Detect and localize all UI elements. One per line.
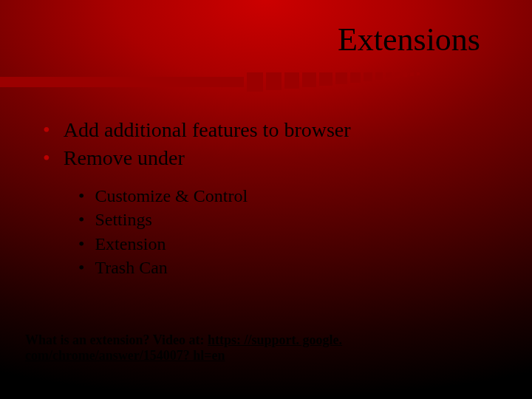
bullet-icon: • bbox=[78, 232, 84, 256]
bullet-text: Settings bbox=[95, 208, 151, 231]
list-item: • Trash Can bbox=[78, 256, 502, 279]
bullet-icon: • bbox=[43, 145, 50, 171]
bullet-icon: • bbox=[78, 184, 84, 208]
bullet-text: Remove under bbox=[64, 145, 185, 171]
bullet-icon: • bbox=[78, 208, 84, 231]
accent-bar bbox=[0, 72, 532, 92]
bullet-text: Extension bbox=[95, 232, 166, 256]
slide-content: • Add additional features to browser • R… bbox=[43, 117, 502, 279]
footer-label: What is an extension? Video at: bbox=[25, 332, 208, 347]
bullet-icon: • bbox=[43, 117, 50, 143]
list-item: • Customize & Control bbox=[78, 184, 502, 208]
bullet-text: Trash Can bbox=[95, 256, 167, 279]
bullet-text: Customize & Control bbox=[95, 184, 248, 208]
list-item: • Remove under bbox=[43, 145, 502, 171]
footer-text: What is an extension? Video at: https: /… bbox=[25, 332, 507, 364]
bullet-text: Add additional features to browser bbox=[64, 117, 351, 143]
bullet-icon: • bbox=[78, 256, 84, 279]
list-item: • Extension bbox=[78, 232, 502, 256]
list-item: • Settings bbox=[78, 208, 502, 231]
slide-title: Extensions bbox=[338, 21, 480, 58]
sub-list: • Customize & Control • Settings • Exten… bbox=[78, 184, 502, 280]
list-item: • Add additional features to browser bbox=[43, 117, 502, 143]
